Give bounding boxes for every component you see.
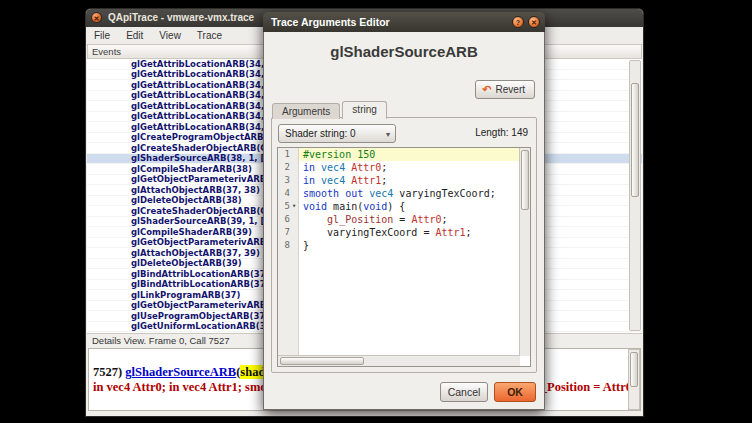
code-token: vec4 (321, 162, 345, 173)
code-token: ; (466, 227, 472, 238)
code-line: in vec4 Attr1; (299, 174, 530, 187)
length-label: Length: 149 (475, 127, 528, 138)
shader-source-editor[interactable]: 12345▾678 #version 150in vec4 Attr0;in v… (277, 147, 531, 367)
gutter-line: 5▾ (278, 200, 298, 213)
code-token: Attr0 (411, 214, 441, 225)
tab-bar: Argumentsstring (272, 101, 389, 118)
fold-spacer (290, 213, 298, 226)
code-line: varyingTexCoord = Attr1; (299, 226, 530, 239)
event-label: glGetAttribLocationARB(34, At (131, 69, 278, 79)
desktop: ✕ QApiTrace - vmware-vmx.trace FileEditV… (0, 0, 752, 423)
trace-arguments-editor-dialog: Trace Arguments Editor ? ✕ glShaderSourc… (263, 12, 545, 410)
event-label: glGetAttribLocationARB(34, At (131, 101, 278, 111)
event-label: glGetObjectParameterivARB(39 (131, 237, 282, 247)
fold-spacer (290, 226, 298, 239)
menu-edit[interactable]: Edit (118, 27, 151, 44)
code-line: in vec4 Attr0; (299, 161, 530, 174)
details-scrollbar-thumb[interactable] (630, 352, 638, 386)
fold-spacer (290, 161, 298, 174)
event-label: glDeleteObjectARB(38) (131, 195, 242, 205)
revert-button[interactable]: ↶ Revert (475, 80, 535, 99)
dialog-body: glShaderSourceARB ↶ Revert Argumentsstri… (263, 32, 545, 410)
code-token: varyingTexCoord = (303, 227, 435, 238)
gutter-line: 6 (278, 213, 298, 226)
line-number: 5 (278, 200, 290, 213)
events-scrollbar-thumb[interactable] (631, 83, 639, 198)
revert-arrow-icon: ↶ (482, 84, 491, 95)
string-tab-panel: Shader string: 0 ▾ Length: 149 12345▾678… (271, 117, 537, 373)
close-icon[interactable]: ✕ (91, 12, 102, 23)
tab-string[interactable]: string (342, 101, 386, 119)
help-icon[interactable]: ? (512, 16, 524, 28)
line-number: 4 (278, 187, 290, 200)
editor-code[interactable]: #version 150in vec4 Attr0;in vec4 Attr1;… (299, 148, 530, 366)
fold-spacer (290, 239, 298, 252)
fold-arrow-icon[interactable]: ▾ (290, 200, 298, 213)
shader-string-value: Shader string: 0 (285, 128, 356, 139)
event-label: glGetAttribLocationARB(34, At (131, 90, 278, 100)
event-label: glGetUniformLocationARB(37, S (131, 321, 284, 331)
event-label: glCreateShaderObjectARB(GL_F (131, 206, 283, 216)
event-label: glCreateProgramObjectARB() = (131, 132, 281, 142)
menu-file[interactable]: File (86, 27, 118, 44)
event-label: glAttachObjectARB(37, 38) (131, 185, 260, 195)
fold-spacer (290, 187, 298, 200)
code-token: main( (327, 201, 363, 212)
code-line: #version 150 (299, 148, 530, 161)
code-token: Attr1 (435, 227, 465, 238)
event-label: glCompileShaderARB(38) (131, 164, 252, 174)
event-label: glBindAttribLocationARB(37, 0, (131, 269, 281, 279)
event-label: glBindAttribLocationARB(37, 1, (131, 279, 281, 289)
close-icon[interactable]: ✕ (528, 16, 540, 28)
window-title: QApiTrace - vmware-vmx.trace (108, 12, 254, 23)
tab-arguments[interactable]: Arguments (272, 103, 340, 119)
code-token: void (363, 201, 387, 212)
code-token (303, 214, 327, 225)
event-label: glUseProgramObjectARB(37) (131, 311, 269, 321)
line-number: 2 (278, 161, 290, 174)
code-token: Attr0 (351, 162, 381, 173)
event-label: glGetAttribLocationARB(34, At (131, 122, 278, 132)
code-token: void (303, 201, 327, 212)
line-number: 3 (278, 174, 290, 187)
shader-string-select[interactable]: Shader string: 0 ▾ (278, 124, 396, 143)
code-token: ; (442, 214, 448, 225)
code-token: Attr1 (351, 175, 381, 186)
event-label: glGetAttribLocationARB(34, At (131, 80, 278, 90)
code-token: ; (381, 162, 387, 173)
chevron-down-icon: ▾ (386, 126, 390, 143)
function-heading: glShaderSourceARB (264, 43, 544, 60)
fold-spacer (290, 148, 298, 161)
details-scrollbar[interactable] (628, 349, 640, 410)
event-label: glLinkProgramARB(37) (131, 290, 240, 300)
ok-button[interactable]: OK (494, 382, 536, 402)
cancel-button[interactable]: Cancel (440, 382, 488, 402)
code-token: vec4 (321, 175, 345, 186)
editor-vscrollbar-thumb[interactable] (521, 150, 529, 210)
editor-vscrollbar[interactable] (519, 148, 530, 356)
code-line: void main(void) { (299, 200, 530, 213)
event-label: glDeleteObjectARB(39) (131, 258, 242, 268)
event-label: glGetObjectParameterivARB(38 (131, 174, 282, 184)
events-scrollbar[interactable] (629, 60, 641, 331)
call-function-link[interactable]: glShaderSourceARB (125, 365, 236, 379)
dialog-titlebar[interactable]: Trace Arguments Editor ? ✕ (263, 12, 545, 32)
event-label: glCreateShaderObjectARB(GL_V (131, 143, 284, 153)
code-token: in (303, 175, 315, 186)
editor-hscrollbar[interactable] (278, 355, 520, 366)
code-token: } (303, 240, 309, 251)
code-token: ; (381, 175, 387, 186)
fold-spacer (290, 174, 298, 187)
editor-hscrollbar-thumb[interactable] (280, 357, 364, 365)
code-token: vec4 (369, 188, 393, 199)
code-token: #version 150 (303, 149, 375, 160)
code-token: = (393, 214, 411, 225)
event-label: glCompileShaderARB(39) (131, 227, 252, 237)
gutter-line: 2 (278, 161, 298, 174)
menu-trace[interactable]: Trace (189, 27, 230, 44)
dialog-title: Trace Arguments Editor (271, 16, 390, 28)
line-number: 6 (278, 213, 290, 226)
event-label: glGetAttribLocationARB(34, At (131, 111, 278, 121)
event-label: glGetAttribLocationARB(34, Att (131, 59, 282, 69)
menu-view[interactable]: View (151, 27, 189, 44)
